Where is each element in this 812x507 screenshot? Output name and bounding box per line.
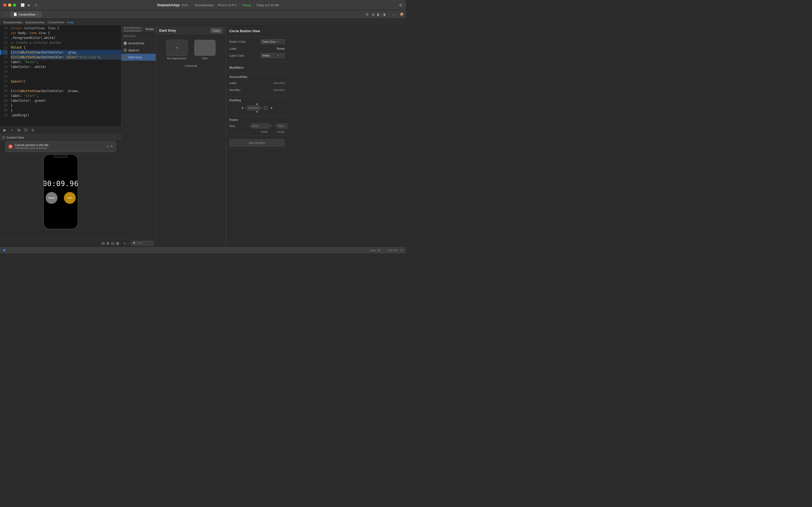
code-content[interactable]: struct ContentView: View { var body: som… <box>10 26 121 126</box>
asset-item-accentcolor[interactable]: AccentColor <box>121 40 156 47</box>
assets-breadcrumb: Dark Grey <box>121 33 156 40</box>
assets-list: AccentColor AppIcon Dark Grey <box>121 40 156 239</box>
timer-buttons: Reset Start <box>46 192 76 204</box>
breadcrumb-stopwatchapp-2[interactable]: StopwatchApp <box>25 21 45 24</box>
col-info: Col: 66 <box>388 249 397 252</box>
button-color-row: Button Color Dark Grey ▾ <box>229 39 285 45</box>
filter-placeholder: Filter <box>137 242 143 245</box>
sidebar-toggle-icon[interactable]: ⬜ <box>20 3 25 7</box>
new-window-icon[interactable]: ⊞ <box>399 3 403 7</box>
refresh-error-icon[interactable]: ↻ <box>111 145 113 148</box>
start-btn[interactable]: Start <box>64 192 76 204</box>
run-button[interactable]: ▶ <box>2 127 7 133</box>
simulator-device: iPhone 14 Pro <box>218 3 237 7</box>
split-left-icon[interactable]: ◧ <box>376 12 381 17</box>
padding-right-dot <box>271 107 272 109</box>
padding-plus-icon[interactable]: + <box>261 106 263 110</box>
reset-btn[interactable]: Reset <box>46 192 57 204</box>
minimize-button[interactable] <box>8 3 11 7</box>
play-icon[interactable]: ▶ <box>27 3 31 7</box>
left-nav-icon[interactable]: ‹ <box>392 12 394 17</box>
tab-icon: 📄 <box>13 13 17 16</box>
toolbar-top: ‹ › 📄 ContentView × ⚙ ⊞ ◧ ◨ ‹ › 📦 <box>0 10 406 19</box>
close-button[interactable] <box>3 3 6 7</box>
zoom-fit-icon[interactable]: ⊡ <box>111 241 114 245</box>
assets-header: StopwatchApp › StopwatchApp › Assets <box>121 26 156 33</box>
width-input[interactable]: Inher <box>251 123 270 128</box>
height-input-group: − Inher + <box>274 123 288 128</box>
back-arrow[interactable]: ‹ <box>2 12 5 17</box>
appicon-label: AppIcon <box>128 49 139 52</box>
status-bar: Line: 26 | Col: 66 ⊡ <box>0 246 406 253</box>
acc-label-value: Inherited <box>273 81 285 84</box>
any-appearance-color[interactable]: + <box>166 40 188 56</box>
tab-contentview[interactable]: 📄 ContentView × <box>10 11 42 17</box>
padding-section: Padding − Inherited + ○ <box>226 97 288 116</box>
expand-icon[interactable]: ⊡ <box>400 248 403 252</box>
button-color-select[interactable]: Dark Grey ▾ <box>260 39 285 44</box>
dark-color[interactable] <box>194 40 216 56</box>
close-tab-icon[interactable]: × <box>37 13 39 16</box>
editor-options-icon[interactable]: ⊞ <box>371 12 375 17</box>
padding-minus-icon[interactable]: − <box>244 106 246 110</box>
timer-display: 00:09.96 <box>43 180 78 188</box>
assets-panel: StopwatchApp › StopwatchApp › Assets Dar… <box>121 26 156 246</box>
related-files-icon[interactable]: ⚙ <box>365 12 369 17</box>
inspector-title: Circle Button View <box>229 28 285 34</box>
height-minus-icon[interactable]: − <box>274 124 276 128</box>
code-editor[interactable]: 10 11 23 24 25 26 27 28 29 30 31 32 33 3… <box>0 26 121 126</box>
label-color-value: White ▾ <box>248 53 285 58</box>
remove-asset-icon[interactable]: − <box>127 241 129 245</box>
filter-input[interactable]: 🔍 Filter <box>131 241 154 246</box>
height-input[interactable]: Inher <box>277 123 288 128</box>
breadcrumb-stopwatchapp-1[interactable]: StopwatchApp <box>3 21 22 24</box>
settings-icon[interactable]: ⊙ <box>30 127 36 133</box>
tab-label: ContentView <box>18 13 35 16</box>
preview-zoom-bar: ⊟ ⊕ ⊡ ⊠ <box>0 239 121 246</box>
label-color-select[interactable]: White ▾ <box>260 53 285 58</box>
padding-value-input[interactable]: Inherited <box>247 106 260 110</box>
accentcolor-dot <box>123 42 127 45</box>
error-text: Cannot preview in this file Unexpected e… <box>15 144 104 150</box>
status-dot-icon <box>3 249 5 251</box>
width-minus-icon[interactable]: − <box>248 124 250 128</box>
zoom-out-icon[interactable]: ⊟ <box>102 241 105 245</box>
color-type-button[interactable]: Color <box>211 28 222 33</box>
breadcrumb-contentview[interactable]: ContentView <box>48 21 64 24</box>
error-icon: ✕ <box>8 145 13 149</box>
color-editor-title: Dark Grey <box>159 29 176 33</box>
simulator-name: StopwatchApp <box>194 3 214 7</box>
acc-identifier-value: Inherited <box>273 88 285 92</box>
padding-checkbox[interactable] <box>264 106 268 110</box>
padding-label: Padding <box>229 99 285 102</box>
frame-label: Frame <box>229 118 285 121</box>
dark-swatch: Dark <box>194 40 216 60</box>
label-label: Label <box>229 47 248 50</box>
asset-item-darkgrey[interactable]: Dark Grey <box>121 54 156 61</box>
branch-icon[interactable]: ⎇ <box>33 3 38 7</box>
debug-error-icon[interactable]: ⚠ <box>106 145 109 148</box>
debug-icon[interactable]: ⬛ <box>23 127 28 133</box>
assets-icon[interactable]: 📦 <box>400 12 404 17</box>
width-plus-icon[interactable]: + <box>271 124 272 128</box>
width-value: Inher <box>252 125 258 127</box>
add-asset-icon[interactable]: + <box>123 241 126 245</box>
split-right-icon[interactable]: ◨ <box>382 12 386 17</box>
label-color-row: Label Color White ▾ <box>229 53 285 59</box>
add-modifier-button[interactable]: Add Modifier <box>229 139 285 147</box>
forward-arrow[interactable]: › <box>5 12 7 17</box>
stop-button[interactable]: ■ <box>9 127 14 133</box>
breadcrumb-body[interactable]: body <box>67 21 74 24</box>
zoom-actual-icon[interactable]: ⊠ <box>116 241 119 245</box>
left-panel-toolbar: ▶ ■ ⊞ ⬛ ⊙ <box>0 126 121 134</box>
zoom-in-icon[interactable]: ⊕ <box>106 241 110 245</box>
acc-label-row: Label Inherited <box>229 80 285 86</box>
size-row: Size − Inher + − Inher + <box>229 123 285 129</box>
time-label: Today at 6:28 AM <box>256 3 279 7</box>
right-nav-icon[interactable]: › <box>395 12 397 17</box>
status-right: Line: 26 | Col: 66 ⊡ <box>370 248 403 252</box>
maximize-button[interactable] <box>13 3 16 7</box>
reset-label: Reset <box>48 196 55 199</box>
grid-view-icon[interactable]: ⊞ <box>16 127 21 133</box>
asset-item-appicon[interactable]: AppIcon <box>121 47 156 54</box>
